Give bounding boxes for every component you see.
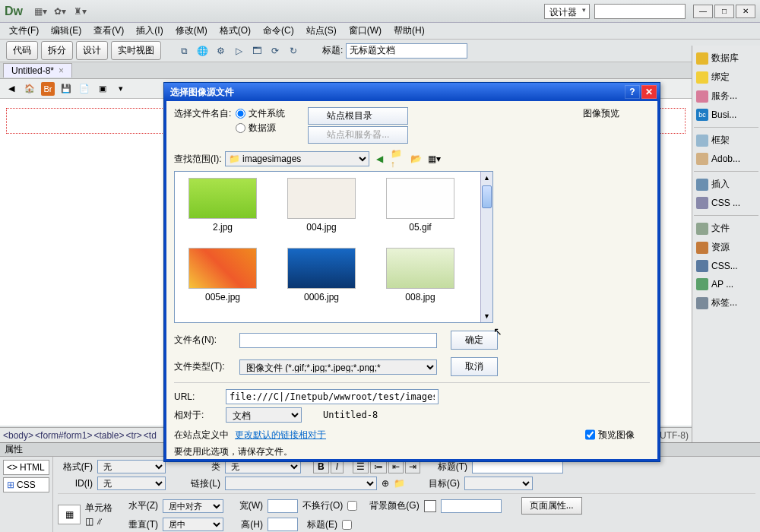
panel-assets[interactable]: 资源	[694, 238, 758, 257]
nav-icon[interactable]: ▷	[231, 43, 246, 59]
panel-ap[interactable]: AP ...	[694, 275, 758, 293]
workspace-switcher[interactable]: 设计器	[544, 4, 590, 19]
globe-icon[interactable]: 🌐	[195, 43, 210, 59]
panel-frames[interactable]: 框架	[694, 131, 758, 150]
bridge-icon[interactable]: Br	[41, 82, 55, 96]
up-icon[interactable]: 📁↑	[391, 151, 406, 166]
scroll-down-icon[interactable]: ▼	[481, 310, 492, 322]
menu-commands[interactable]: 命令(C)	[257, 22, 300, 40]
file-item[interactable]: 004.jpg	[280, 178, 363, 233]
page-props-button[interactable]: 页面属性...	[521, 497, 582, 515]
url-input[interactable]	[226, 389, 439, 404]
site-icon[interactable]: ♜▾	[71, 3, 88, 20]
back-icon[interactable]: ◀	[372, 151, 388, 166]
panel-bindings[interactable]: 绑定	[694, 68, 758, 87]
panel-insert[interactable]: 插入	[694, 175, 758, 194]
scroll-thumb[interactable]	[482, 185, 492, 208]
menu-file[interactable]: 文件(F)	[3, 22, 45, 40]
menu-modify[interactable]: 修改(M)	[169, 22, 214, 40]
nav-back-icon[interactable]: ◀	[5, 82, 18, 96]
panel-server[interactable]: 服务...	[694, 87, 758, 106]
panel-files[interactable]: 文件	[694, 219, 758, 238]
file-item[interactable]: 0006.jpg	[280, 248, 363, 302]
split-view-button[interactable]: 拆分	[41, 41, 73, 60]
header-checkbox[interactable]	[342, 520, 352, 530]
live-code-icon[interactable]: ⧉	[176, 43, 192, 59]
tag-table[interactable]: <table>	[93, 430, 124, 441]
menu-help[interactable]: 帮助(H)	[388, 22, 431, 40]
design-view-button[interactable]: 设计	[76, 41, 108, 60]
nowrap-checkbox[interactable]	[347, 501, 357, 511]
menu-format[interactable]: 格式(O)	[214, 22, 257, 40]
menu-insert[interactable]: 插入(I)	[130, 22, 169, 40]
dialog-titlebar[interactable]: 选择图像源文件 ? ✕	[164, 83, 660, 101]
menu-window[interactable]: 窗口(W)	[343, 22, 388, 40]
preview-checkbox[interactable]	[585, 427, 595, 442]
browser-icon[interactable]: 🗔	[249, 43, 264, 59]
bgcolor-input[interactable]	[441, 499, 502, 513]
html-mode-button[interactable]: <>HTML	[3, 460, 49, 475]
dialog-close-button[interactable]: ✕	[641, 85, 657, 99]
refresh-icon[interactable]: ⟳	[268, 43, 283, 59]
panel-business[interactable]: bcBusi...	[694, 106, 758, 124]
file-item[interactable]: 05.gif	[378, 178, 462, 233]
file-item[interactable]: 005e.jpg	[181, 248, 264, 302]
horiz-select[interactable]: 居中对齐	[163, 499, 223, 513]
menu-view[interactable]: 查看(V)	[87, 22, 130, 40]
more-icon[interactable]: ▾	[114, 82, 128, 96]
target-select[interactable]	[464, 477, 533, 490]
site-servers-button[interactable]: 站点和服务器...	[308, 126, 408, 144]
ok-button[interactable]: 确定	[451, 331, 498, 350]
panel-database[interactable]: 数据库	[694, 49, 758, 68]
site-root-button[interactable]: 站点根目录	[308, 107, 408, 125]
close-tab-icon[interactable]: ×	[59, 65, 64, 76]
change-default-link[interactable]: 更改默认的链接相对于	[235, 429, 326, 442]
view-menu-icon[interactable]: ▦▾	[427, 151, 442, 166]
layout-icon[interactable]: ▦▾	[32, 3, 49, 20]
menu-site[interactable]: 站点(S)	[300, 22, 343, 40]
preview-checkbox-label[interactable]: 预览图像	[585, 427, 635, 442]
width-input[interactable]	[268, 499, 298, 513]
bgcolor-swatch[interactable]	[424, 500, 436, 512]
lookin-select[interactable]: 📁 imagesimages	[225, 151, 369, 166]
height-input[interactable]	[268, 518, 298, 531]
panel-adobe[interactable]: Adob...	[694, 150, 758, 168]
panel-tags[interactable]: 标签...	[694, 293, 758, 312]
filename-input[interactable]	[239, 333, 437, 348]
tag-body[interactable]: <body>	[3, 430, 33, 441]
save-icon[interactable]: 💾	[59, 82, 73, 96]
tag-form[interactable]: <form#form1>	[35, 430, 92, 441]
layout-icon2[interactable]: ▣	[96, 82, 109, 96]
window-close-button[interactable]: ✕	[736, 5, 755, 18]
id-select[interactable]: 无	[97, 477, 166, 490]
title-input[interactable]	[346, 43, 467, 59]
code-view-button[interactable]: 代码	[6, 41, 38, 60]
document-tab[interactable]: Untitled-8* ×	[3, 63, 72, 78]
scrollbar[interactable]: ▲ ▼	[480, 172, 492, 322]
window-min-button[interactable]: —	[693, 5, 713, 18]
page-icon[interactable]: 📄	[78, 82, 91, 96]
cancel-button[interactable]: 取消	[451, 357, 498, 376]
live-view-button[interactable]: 实时视图	[111, 41, 161, 60]
point-to-file-icon[interactable]: ⊕	[382, 478, 389, 489]
search-input[interactable]	[594, 4, 686, 19]
file-item[interactable]: 008.jpg	[378, 248, 462, 302]
radio-filesystem[interactable]: 文件系统	[236, 107, 285, 120]
relative-select[interactable]: 文档	[226, 407, 302, 423]
link-select[interactable]	[225, 477, 377, 490]
radio-datasource[interactable]: 数据源	[236, 122, 285, 135]
window-max-button[interactable]: □	[714, 5, 734, 18]
file-item[interactable]: 2.jpg	[181, 178, 264, 233]
tag-tr[interactable]: <tr>	[125, 430, 141, 441]
split-cell-icon[interactable]: ◫⫽	[85, 516, 112, 527]
scroll-up-icon[interactable]: ▲	[481, 172, 492, 184]
extension-icon[interactable]: ✿▾	[52, 3, 68, 20]
inspect-icon[interactable]: ⚙	[213, 43, 228, 59]
format-select[interactable]: 无	[97, 460, 166, 473]
merge-cells-icon[interactable]: ▦	[58, 505, 81, 524]
new-folder-icon[interactable]: 📂	[409, 151, 424, 166]
filetype-select[interactable]: 图像文件 (*.gif;*.jpg;*.jpeg;*.png;*	[239, 359, 437, 375]
tag-td[interactable]: <td	[144, 430, 157, 441]
css-mode-button[interactable]: ⊞CSS	[3, 477, 49, 492]
panel-css-styles[interactable]: CSS ...	[694, 194, 758, 212]
